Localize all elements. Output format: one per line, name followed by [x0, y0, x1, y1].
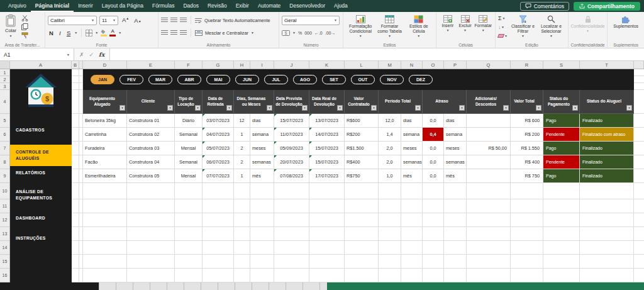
- month-tab-mar[interactable]: MAR: [148, 75, 172, 84]
- month-tab-jun[interactable]: JUN: [235, 75, 259, 84]
- row-header-11[interactable]: 11: [0, 199, 9, 213]
- menu-tab-p-gina-inicial[interactable]: Página Inicial: [31, 0, 74, 12]
- borders-icon[interactable]: [86, 30, 92, 36]
- comma-style-icon[interactable]: 000: [304, 31, 312, 35]
- month-tab-mai[interactable]: MAI: [206, 75, 230, 84]
- merge-center-label[interactable]: Mesclar e Centralizar: [205, 30, 248, 36]
- cell-duration_unit[interactable]: semana: [250, 128, 274, 142]
- cell-actual_return[interactable]: 14/07/2023: [309, 128, 345, 142]
- cell-rental_type[interactable]: Semanal: [175, 155, 203, 169]
- column-header-L[interactable]: L: [345, 61, 379, 69]
- row-header-7[interactable]: 7: [0, 142, 9, 155]
- row-header-3[interactable]: 3: [0, 83, 9, 90]
- row-header-8[interactable]: 8: [0, 155, 9, 169]
- formula-input[interactable]: [110, 48, 644, 60]
- cell-equipment[interactable]: Facão: [83, 155, 127, 169]
- column-header-O[interactable]: O: [423, 61, 444, 69]
- cell-period_value[interactable]: 12,0: [379, 114, 401, 128]
- underline-dropdown-icon[interactable]: ▼: [74, 31, 77, 35]
- column-header-Q[interactable]: Q: [467, 61, 511, 69]
- clear-button[interactable]: ▼: [498, 32, 508, 40]
- column-header-N[interactable]: N: [401, 61, 423, 69]
- cancel-icon[interactable]: ✗: [79, 52, 84, 58]
- cell-period_value[interactable]: 1,4: [379, 128, 401, 142]
- menu-tab-dados[interactable]: Dados: [179, 0, 203, 12]
- fill-color-button[interactable]: [101, 30, 107, 36]
- filter-button[interactable]: ▼: [503, 105, 509, 111]
- cell-pickup_date[interactable]: 03/07/2023: [203, 114, 234, 128]
- cell-total_value[interactable]: R$ 200: [511, 128, 543, 142]
- filter-button[interactable]: ▼: [119, 105, 125, 111]
- cell-delay_value[interactable]: 0,0: [423, 114, 444, 128]
- row-header-5[interactable]: 5: [0, 114, 9, 128]
- cell-total_value[interactable]: R$ 600: [511, 114, 543, 128]
- cell-expected_return[interactable]: 05/09/2023: [274, 142, 309, 155]
- addins-button[interactable]: Suplementos: [610, 14, 641, 40]
- month-tab-abr[interactable]: ABR: [177, 75, 201, 84]
- cell-equipment[interactable]: Furadeira: [83, 142, 127, 155]
- cell-delay_unit[interactable]: meses: [444, 142, 467, 155]
- cell-duration_unit[interactable]: dias: [250, 114, 274, 128]
- filter-button[interactable]: ▼: [337, 105, 343, 111]
- cell-rental_type[interactable]: Semanal: [175, 128, 203, 142]
- month-tab-jul[interactable]: JUL: [264, 75, 288, 84]
- row-header-15[interactable]: 15: [0, 255, 9, 269]
- month-tab-dez[interactable]: DEZ: [409, 75, 433, 84]
- menu-tab-inserir[interactable]: Inserir: [74, 0, 97, 12]
- cell-period_unit[interactable]: meses: [401, 142, 423, 155]
- cell-delay_value[interactable]: 0,0: [423, 169, 444, 183]
- cell-extras[interactable]: [467, 155, 511, 169]
- column-header-F[interactable]: F: [175, 61, 203, 69]
- align-center-icon[interactable]: [170, 30, 177, 35]
- cell-contracted_value[interactable]: R$750: [345, 169, 379, 183]
- cell-duration_value[interactable]: 2: [234, 142, 250, 155]
- column-header-G[interactable]: G: [203, 61, 234, 69]
- cell-delay_value[interactable]: 0,4: [423, 128, 444, 142]
- cell-rental_status[interactable]: Finalizado: [580, 114, 634, 128]
- insert-cells-button[interactable]: Inserir ▼: [439, 14, 457, 34]
- cell-contracted_value[interactable]: R$400: [345, 155, 379, 169]
- percent-style-icon[interactable]: %: [298, 31, 302, 35]
- menu-tab-desenvolvedor[interactable]: Desenvolvedor: [285, 0, 330, 12]
- cell-payment_status[interactable]: Pendente: [543, 128, 580, 142]
- align-right-icon[interactable]: [180, 30, 187, 35]
- column-header-T[interactable]: T: [580, 61, 634, 69]
- cell-duration_value[interactable]: 2: [234, 155, 250, 169]
- copy-icon[interactable]: [21, 23, 28, 30]
- column-header-P[interactable]: P: [444, 61, 467, 69]
- cell-duration_value[interactable]: 1: [234, 128, 250, 142]
- month-tab-nov[interactable]: NOV: [380, 75, 404, 84]
- menu-tab-f-rmulas[interactable]: Fórmulas: [148, 0, 179, 12]
- cell-rental_status[interactable]: Finalizado: [580, 169, 634, 183]
- cell-period_unit[interactable]: semana: [401, 128, 423, 142]
- align-left-icon[interactable]: [161, 30, 168, 35]
- cell-rental_status[interactable]: Finalizado com atraso: [580, 128, 634, 142]
- cell-pickup_date[interactable]: 05/07/2023: [203, 142, 234, 155]
- filter-button[interactable]: ▼: [572, 105, 578, 111]
- sheet-tabs[interactable]: [99, 282, 327, 290]
- find-select-button[interactable]: Localizar e Selecionar ▼: [537, 14, 565, 39]
- sidebar-item-cadastros[interactable]: CADASTROS: [10, 125, 72, 136]
- cell-expected_return[interactable]: 07/08/2023: [274, 169, 309, 183]
- cell-duration_value[interactable]: 1: [234, 169, 250, 183]
- name-box[interactable]: A1 ▼: [0, 48, 74, 60]
- cell-actual_return[interactable]: 17/07/2023: [309, 169, 345, 183]
- month-tab-fev[interactable]: FEV: [119, 75, 143, 84]
- borders-dropdown-icon[interactable]: ▼: [95, 31, 98, 35]
- format-painter-icon[interactable]: [21, 32, 28, 39]
- format-as-table-button[interactable]: Formatar como Tabela ▼: [375, 14, 404, 39]
- row-header-1[interactable]: 1: [0, 69, 9, 76]
- menu-tab-automate[interactable]: Automate: [253, 0, 285, 12]
- cell-contracted_value[interactable]: R$600: [345, 114, 379, 128]
- column-header-M[interactable]: M: [379, 61, 401, 69]
- wrap-text-label[interactable]: Quebrar Texto Automaticamente: [204, 18, 270, 23]
- cell-client[interactable]: Construtora 05: [127, 169, 175, 183]
- cell-extras[interactable]: R$ 50,00: [467, 142, 511, 155]
- fill-button[interactable]: ↓▼: [498, 23, 508, 31]
- cell-total_value[interactable]: R$ 1.550: [511, 142, 543, 155]
- cell-extras[interactable]: [467, 169, 511, 183]
- row-header-2[interactable]: 2: [0, 76, 9, 83]
- column-header-E[interactable]: E: [127, 61, 175, 69]
- italic-button[interactable]: I: [57, 30, 63, 36]
- cell-total_value[interactable]: R$ 750: [511, 169, 543, 183]
